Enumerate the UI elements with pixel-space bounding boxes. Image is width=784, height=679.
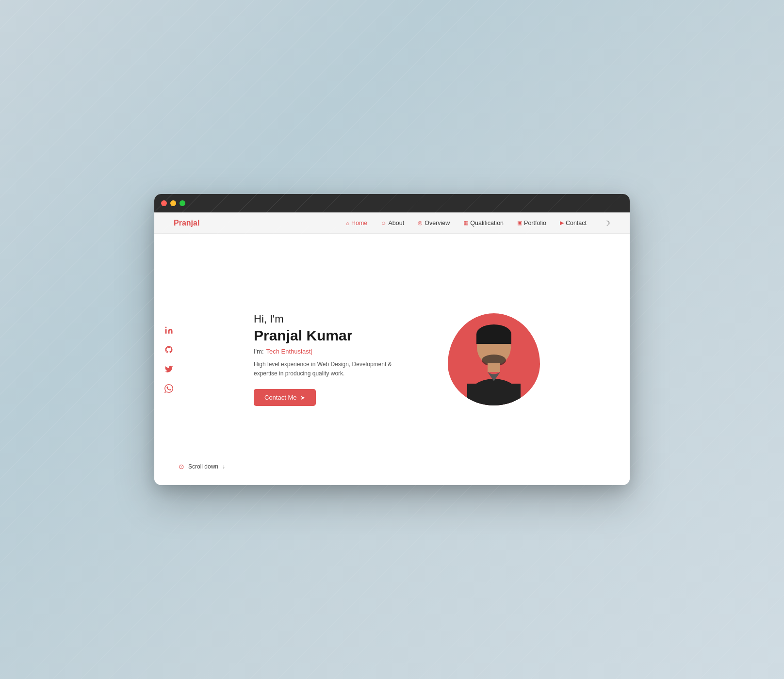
role-prefix: I'm: — [254, 348, 264, 355]
nav-label-contact: Contact — [566, 220, 587, 226]
svg-rect-6 — [467, 384, 521, 405]
twitter-icon[interactable] — [163, 364, 174, 374]
minimize-button[interactable] — [170, 200, 176, 206]
nav-item-qualification[interactable]: ▦ Qualification — [463, 220, 504, 226]
qualification-icon: ▦ — [463, 220, 468, 226]
brand-suffix: jal — [191, 219, 200, 227]
scroll-down[interactable]: ⊙ Scroll down ↓ — [179, 463, 225, 470]
arrow-icon: ➤ — [300, 394, 305, 401]
browser-window: Pranjal ⌂ Home ☺ About ◎ Overview ▦ Qual… — [154, 194, 630, 485]
hero-text: Hi, I'm Pranjal Kumar I'm: Tech Enthusia… — [254, 313, 409, 406]
maximize-button[interactable] — [180, 200, 185, 206]
nav-label-portfolio: Portfolio — [524, 220, 546, 226]
nav-links: ⌂ Home ☺ About ◎ Overview ▦ Qualificatio… — [346, 219, 610, 227]
github-icon[interactable] — [163, 344, 174, 355]
profile-image-wrapper — [448, 313, 540, 405]
close-button[interactable] — [161, 200, 167, 206]
hero-description: High level experience in Web Design, Dev… — [254, 360, 409, 378]
portfolio-icon: ▣ — [517, 220, 522, 226]
title-bar — [154, 194, 630, 212]
scroll-arrow-icon: ↓ — [222, 463, 225, 470]
linkedin-icon[interactable] — [163, 325, 174, 336]
hero-name: Pranjal Kumar — [254, 327, 409, 344]
nav-item-overview[interactable]: ◎ Overview — [418, 220, 450, 226]
brand-prefix: Pran — [174, 219, 191, 227]
profile-image-container — [448, 313, 540, 405]
mouse-icon: ⊙ — [179, 463, 184, 470]
hero-greeting: Hi, I'm — [254, 313, 409, 325]
navbar: Pranjal ⌂ Home ☺ About ◎ Overview ▦ Qual… — [154, 212, 630, 234]
profile-image — [455, 321, 533, 405]
social-sidebar — [154, 234, 179, 485]
about-icon: ☺ — [381, 220, 386, 226]
contact-me-button[interactable]: Contact Me ➤ — [254, 389, 316, 406]
home-icon: ⌂ — [346, 220, 349, 226]
brand-logo[interactable]: Pranjal — [174, 219, 199, 227]
nav-item-home[interactable]: ⌂ Home — [346, 220, 367, 226]
contact-icon: ▶ — [560, 220, 564, 226]
nav-item-about[interactable]: ☺ About — [381, 220, 404, 226]
scroll-down-label: Scroll down — [188, 463, 218, 470]
nav-label-overview: Overview — [425, 220, 450, 226]
contact-btn-label: Contact Me — [264, 394, 296, 401]
hero-section: Hi, I'm Pranjal Kumar I'm: Tech Enthusia… — [179, 234, 630, 485]
dark-mode-toggle[interactable]: ☽ — [604, 219, 610, 227]
traffic-lights — [161, 200, 185, 206]
whatsapp-icon[interactable] — [163, 383, 174, 394]
hero-role-line: I'm: Tech Enthusiast| — [254, 348, 409, 355]
overview-icon: ◎ — [418, 220, 423, 226]
nav-item-contact[interactable]: ▶ Contact — [560, 220, 587, 226]
svg-rect-2 — [476, 334, 511, 344]
svg-rect-4 — [488, 363, 500, 372]
nav-label-home: Home — [351, 220, 367, 226]
nav-label-qualification: Qualification — [470, 220, 504, 226]
nav-item-portfolio[interactable]: ▣ Portfolio — [517, 220, 546, 226]
nav-label-about: About — [388, 220, 404, 226]
main-content: Hi, I'm Pranjal Kumar I'm: Tech Enthusia… — [154, 234, 630, 485]
hero-role: Tech Enthusiast| — [266, 348, 312, 355]
